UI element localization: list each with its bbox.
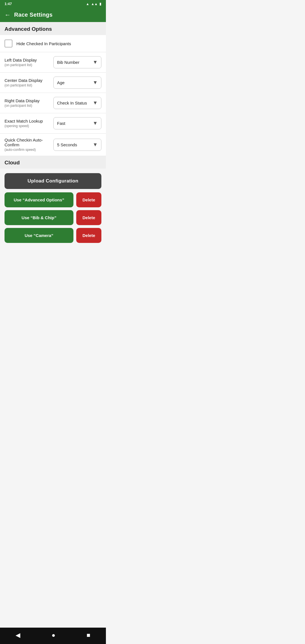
cloud-section: Cloud xyxy=(0,156,106,169)
center-data-display-value: Age xyxy=(57,80,65,85)
right-data-display-value: Check In Status xyxy=(57,101,87,105)
camera-preset-row: Use “Camera” Delete xyxy=(5,228,101,243)
signal-icon: ▲▲ xyxy=(91,2,98,6)
quick-checkin-row: Quick Checkin Auto-Confirm (auto-confirm… xyxy=(0,134,106,156)
exact-match-lookup-dropdown[interactable]: Fast ▼ xyxy=(53,117,101,129)
bib-chip-preset-row: Use “Bib & Chip” Delete xyxy=(5,210,101,225)
left-data-display-arrow-icon: ▼ xyxy=(93,59,98,65)
exact-match-lookup-row: Exact Match Lookup (opening speed) Fast … xyxy=(0,113,106,134)
left-data-display-value: Bib Number xyxy=(57,60,79,65)
center-data-display-row: Center Data Display (on participant list… xyxy=(0,73,106,93)
delete-bib-chip-button[interactable]: Delete xyxy=(76,210,101,225)
wifi-icon: ▲ xyxy=(86,2,89,6)
advanced-options-label: Advanced Options xyxy=(5,26,52,32)
hide-checked-in-row[interactable]: Hide Checked In Participants xyxy=(0,35,106,52)
delete-camera-button[interactable]: Delete xyxy=(76,228,101,243)
use-camera-button[interactable]: Use “Camera” xyxy=(5,228,73,243)
app-bar: ← Race Settings xyxy=(0,8,106,22)
use-advanced-options-button[interactable]: Use “Advanced Options” xyxy=(5,192,73,207)
center-data-display-label: Center Data Display (on participant list… xyxy=(5,78,53,87)
left-data-display-dropdown[interactable]: Bib Number ▼ xyxy=(53,56,101,68)
status-icons: ▲ ▲▲ ▮ xyxy=(86,2,101,6)
buttons-area: Upload Configuration Use “Advanced Optio… xyxy=(0,173,106,243)
status-bar: 1:47 ▲ ▲▲ ▮ xyxy=(0,0,106,8)
status-time: 1:47 xyxy=(5,2,12,6)
hide-checked-in-label: Hide Checked In Participants xyxy=(16,41,71,46)
quick-checkin-value: 5 Seconds xyxy=(57,142,77,147)
center-data-display-arrow-icon: ▼ xyxy=(93,80,98,86)
quick-checkin-arrow-icon: ▼ xyxy=(93,142,98,148)
right-data-display-row: Right Data Display (on participant list)… xyxy=(0,93,106,113)
back-button[interactable]: ← xyxy=(5,12,11,18)
delete-advanced-options-button[interactable]: Delete xyxy=(76,192,101,207)
center-data-display-dropdown[interactable]: Age ▼ xyxy=(53,77,101,89)
left-data-display-row: Left Data Display (on participant list) … xyxy=(0,52,106,73)
quick-checkin-dropdown[interactable]: 5 Seconds ▼ xyxy=(53,139,101,151)
upload-configuration-button[interactable]: Upload Configuration xyxy=(5,173,101,189)
hide-checked-in-checkbox[interactable] xyxy=(5,40,12,47)
exact-match-lookup-value: Fast xyxy=(57,121,65,126)
advanced-options-preset-row: Use “Advanced Options” Delete xyxy=(5,192,101,207)
right-data-display-label: Right Data Display (on participant list) xyxy=(5,98,53,108)
right-data-display-dropdown[interactable]: Check In Status ▼ xyxy=(53,97,101,109)
quick-checkin-label: Quick Checkin Auto-Confirm (auto-confirm… xyxy=(5,138,53,152)
battery-icon: ▮ xyxy=(99,2,101,6)
cloud-section-label: Cloud xyxy=(5,160,20,166)
left-data-display-label: Left Data Display (on participant list) xyxy=(5,58,53,67)
exact-match-lookup-label: Exact Match Lookup (opening speed) xyxy=(5,119,53,128)
use-bib-chip-button[interactable]: Use “Bib & Chip” xyxy=(5,210,73,225)
right-data-display-arrow-icon: ▼ xyxy=(93,100,98,106)
advanced-options-section: Advanced Options xyxy=(0,22,106,35)
exact-match-lookup-arrow-icon: ▼ xyxy=(93,120,98,126)
page-title: Race Settings xyxy=(14,12,53,18)
